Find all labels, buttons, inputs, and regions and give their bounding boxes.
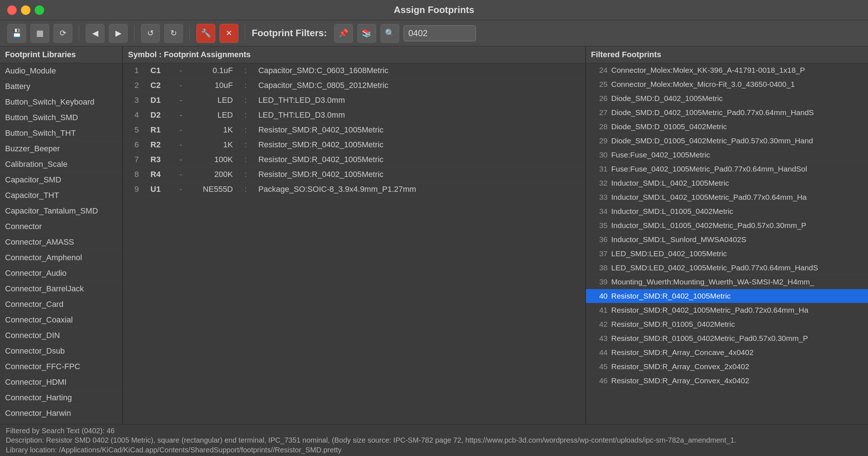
row-colon: :: [239, 123, 252, 138]
back-button[interactable]: ◀: [86, 24, 105, 43]
left-panel-header: Footprint Libraries: [0, 46, 122, 63]
filter-text-button[interactable]: 🔍: [380, 24, 399, 43]
assignment-row[interactable]: 3 D1 - LED : LED_THT:LED_D3.0mm: [123, 93, 585, 108]
footprint-item[interactable]: 27 Diode_SMD:D_0402_1005Metric_Pad0.77x0…: [586, 106, 868, 120]
fp-num: 24: [591, 66, 608, 75]
footprint-libraries-list[interactable]: Audio_ModuleBatteryButton_Switch_Keyboar…: [0, 63, 122, 424]
footprint-item[interactable]: 36 Inductor_SMD:L_Sunlord_MWSA0402S: [586, 233, 868, 247]
assignment-row[interactable]: 8 R4 - 200K : Resistor_SMD:R_0402_1005Me…: [123, 167, 585, 182]
assignment-row[interactable]: 9 U1 - NE555D : Package_SO:SOIC-8_3.9x4.…: [123, 182, 585, 197]
fp-name: Diode_SMD:D_0402_1005Metric: [611, 94, 723, 103]
footprint-item[interactable]: 28 Diode_SMD:D_01005_0402Metric: [586, 120, 868, 134]
row-val: 1K: [188, 138, 239, 152]
assignments-table[interactable]: 1 C1 - 0.1uF : Capacitor_SMD:C_0603_1608…: [123, 63, 585, 424]
footprint-item[interactable]: 39 Mounting_Wuerth:Mounting_Wuerth_WA-SM…: [586, 275, 868, 289]
footprint-item[interactable]: 38 LED_SMD:LED_0402_1005Metric_Pad0.77x0…: [586, 261, 868, 275]
library-item[interactable]: Buzzer_Beeper: [0, 141, 122, 157]
library-table-button[interactable]: ▦: [30, 24, 49, 43]
filtered-footprints-panel: Filtered Footprints 24 Connector_Molex:M…: [586, 46, 868, 424]
minimize-button[interactable]: [21, 5, 30, 15]
footprint-libraries-panel: Footprint Libraries Audio_ModuleBatteryB…: [0, 46, 123, 424]
fp-name: Inductor_SMD:L_Sunlord_MWSA0402S: [611, 235, 746, 244]
fp-name: Inductor_SMD:L_0402_1005Metric_Pad0.77x0…: [611, 193, 807, 202]
assignment-row[interactable]: 2 C2 - 10uF : Capacitor_SMD:C_0805_2012M…: [123, 78, 585, 93]
fp-num: 28: [591, 122, 608, 131]
library-item[interactable]: Connector_Coaxial: [0, 312, 122, 328]
assignment-row[interactable]: 6 R2 - 1K : Resistor_SMD:R_0402_1005Metr…: [123, 138, 585, 152]
filter-text-input[interactable]: [404, 25, 476, 41]
undo-button[interactable]: ↺: [141, 24, 160, 43]
footprint-item[interactable]: 32 Inductor_SMD:L_0402_1005Metric: [586, 176, 868, 190]
filter-clear-button[interactable]: ✕: [220, 24, 238, 43]
row-fp: Resistor_SMD:R_0402_1005Metric: [252, 152, 585, 167]
library-item[interactable]: Capacitor_SMD: [0, 172, 122, 188]
filter-lib-button[interactable]: 📚: [357, 24, 376, 43]
row-fp: Resistor_SMD:R_0402_1005Metric: [252, 138, 585, 152]
row-ref: C1: [145, 63, 174, 78]
footprint-item[interactable]: 42 Resistor_SMD:R_01005_0402Metric: [586, 317, 868, 332]
library-item[interactable]: Button_Switch_Keyboard: [0, 94, 122, 110]
row-val: 0.1uF: [188, 63, 239, 78]
sync-button[interactable]: ⟳: [54, 24, 72, 43]
footprint-item[interactable]: 31 Fuse:Fuse_0402_1005Metric_Pad0.77x0.6…: [586, 162, 868, 176]
redo-button[interactable]: ↻: [164, 24, 183, 43]
assignment-row[interactable]: 5 R1 - 1K : Resistor_SMD:R_0402_1005Metr…: [123, 123, 585, 138]
library-item[interactable]: Connector_Dsub: [0, 343, 122, 359]
footprint-item[interactable]: 24 Connector_Molex:Molex_KK-396_A-41791-…: [586, 63, 868, 77]
fp-num: 33: [591, 193, 608, 202]
filter-clear-icon: ✕: [226, 29, 232, 38]
footprint-item[interactable]: 44 Resistor_SMD:R_Array_Concave_4x0402: [586, 346, 868, 360]
footprint-item[interactable]: 43 Resistor_SMD:R_01005_0402Metric_Pad0.…: [586, 332, 868, 346]
library-item[interactable]: Connector_Amphenol: [0, 250, 122, 266]
library-item[interactable]: Connector_Harting: [0, 390, 122, 406]
footprint-item[interactable]: 26 Diode_SMD:D_0402_1005Metric: [586, 92, 868, 106]
footprint-item[interactable]: 40 Resistor_SMD:R_0402_1005Metric: [586, 289, 868, 303]
save-button[interactable]: 💾: [7, 24, 26, 43]
library-item[interactable]: Calibration_Scale: [0, 157, 122, 172]
footprint-item[interactable]: 30 Fuse:Fuse_0402_1005Metric: [586, 148, 868, 162]
library-item[interactable]: Button_Switch_THT: [0, 126, 122, 141]
row-val: 100K: [188, 152, 239, 167]
fp-num: 26: [591, 94, 608, 103]
footprint-item[interactable]: 37 LED_SMD:LED_0402_1005Metric: [586, 247, 868, 261]
footprint-item[interactable]: 45 Resistor_SMD:R_Array_Convex_2x0402: [586, 360, 868, 374]
library-item[interactable]: Connector_FFC-FPC: [0, 359, 122, 375]
library-item[interactable]: Capacitor_THT: [0, 188, 122, 203]
forward-button[interactable]: ▶: [109, 24, 128, 43]
library-item[interactable]: Connector_AMASS: [0, 235, 122, 250]
row-val: LED: [188, 108, 239, 123]
library-item[interactable]: Battery: [0, 79, 122, 94]
fp-num: 45: [591, 362, 608, 371]
library-item[interactable]: Audio_Module: [0, 63, 122, 79]
footprint-item[interactable]: 33 Inductor_SMD:L_0402_1005Metric_Pad0.7…: [586, 190, 868, 204]
library-item[interactable]: Button_Switch_SMD: [0, 110, 122, 126]
footprint-item[interactable]: 34 Inductor_SMD:L_01005_0402Metric: [586, 204, 868, 219]
footprint-item[interactable]: 35 Inductor_SMD:L_01005_0402Metric_Pad0.…: [586, 219, 868, 233]
library-item[interactable]: Connector_HDMI: [0, 375, 122, 390]
library-item[interactable]: Connector_DIN: [0, 328, 122, 343]
footprint-item[interactable]: 46 Resistor_SMD:R_Array_Convex_4x0402: [586, 374, 868, 388]
separator-1: [79, 25, 79, 41]
fp-name: Connector_Molex:Molex_KK-396_A-41791-001…: [611, 66, 805, 75]
library-item[interactable]: Capacitor_Tantalum_SMD: [0, 203, 122, 219]
library-item[interactable]: Connector_Hirose: [0, 421, 122, 424]
assignment-row[interactable]: 7 R3 - 100K : Resistor_SMD:R_0402_1005Me…: [123, 152, 585, 167]
library-item[interactable]: Connector_BarrelJack: [0, 281, 122, 297]
library-item[interactable]: Connector_Card: [0, 297, 122, 312]
filter-remove-button[interactable]: 🔧: [196, 24, 215, 43]
row-dash: -: [174, 63, 188, 78]
fp-name: Connector_Molex:Molex_Micro-Fit_3.0_4365…: [611, 80, 795, 89]
footprint-item[interactable]: 41 Resistor_SMD:R_0402_1005Metric_Pad0.7…: [586, 303, 868, 317]
library-item[interactable]: Connector: [0, 219, 122, 235]
assignment-row[interactable]: 4 D2 - LED : LED_THT:LED_D3.0mm: [123, 108, 585, 123]
library-item[interactable]: Connector_Harwin: [0, 406, 122, 421]
library-item[interactable]: Connector_Audio: [0, 266, 122, 281]
close-button[interactable]: [7, 5, 17, 15]
footprint-item[interactable]: 25 Connector_Molex:Molex_Micro-Fit_3.0_4…: [586, 77, 868, 92]
footprint-item[interactable]: 29 Diode_SMD:D_01005_0402Metric_Pad0.57x…: [586, 134, 868, 148]
fp-num: 32: [591, 179, 608, 187]
assignment-row[interactable]: 1 C1 - 0.1uF : Capacitor_SMD:C_0603_1608…: [123, 63, 585, 78]
maximize-button[interactable]: [35, 5, 44, 15]
filtered-footprints-list[interactable]: 24 Connector_Molex:Molex_KK-396_A-41791-…: [586, 63, 868, 424]
filter-pin-button[interactable]: 📌: [334, 24, 353, 43]
